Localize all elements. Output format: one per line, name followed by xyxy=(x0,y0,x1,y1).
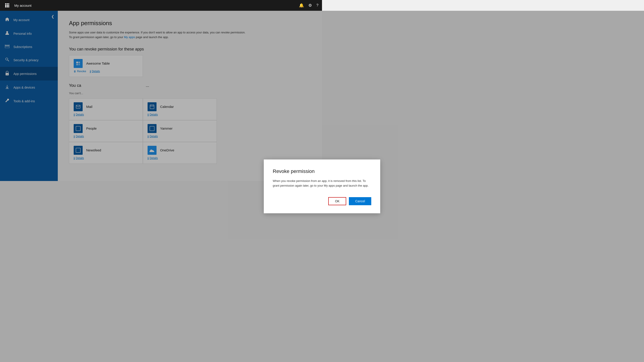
svg-rect-8 xyxy=(8,6,9,8)
svg-rect-6 xyxy=(5,6,6,8)
svg-rect-3 xyxy=(5,5,6,6)
revoke-permission-modal: Revoke permission When you revoke permis… xyxy=(264,159,322,181)
modal-title: Revoke permission xyxy=(273,168,322,174)
grid-icon[interactable] xyxy=(4,2,11,9)
svg-rect-0 xyxy=(5,3,6,5)
gear-icon[interactable]: ⚙ xyxy=(308,3,312,8)
svg-rect-1 xyxy=(7,3,8,5)
help-icon[interactable]: ? xyxy=(316,3,318,8)
topbar-title: My account xyxy=(14,4,295,8)
topbar-icons: 🔔 ⚙ ? xyxy=(299,3,318,8)
svg-rect-7 xyxy=(7,6,8,8)
bell-icon[interactable]: 🔔 xyxy=(299,3,304,8)
modal-body: When you revoke permission from an app, … xyxy=(273,179,322,181)
svg-rect-5 xyxy=(8,5,9,6)
svg-rect-2 xyxy=(8,3,9,5)
modal-overlay: Revoke permission When you revoke permis… xyxy=(0,11,322,181)
svg-rect-4 xyxy=(7,5,8,6)
topbar: My account 🔔 ⚙ ? xyxy=(0,0,322,11)
